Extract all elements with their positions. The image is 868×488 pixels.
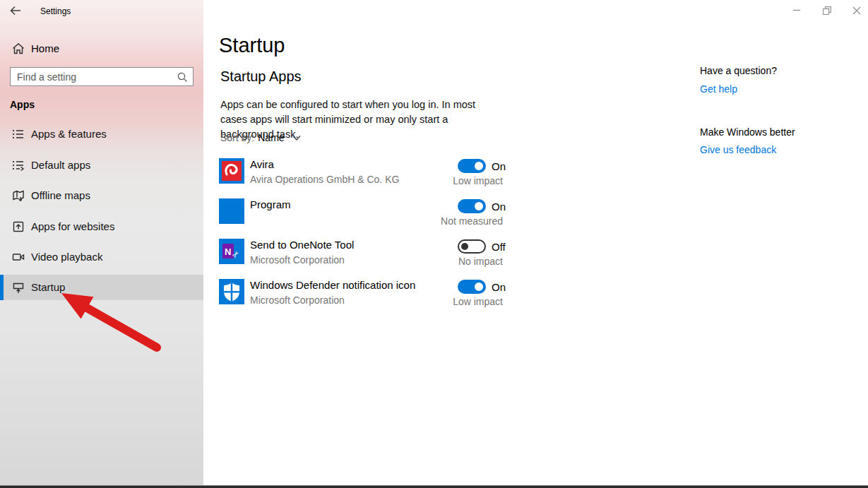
sidebar-item-apps-features[interactable]: Apps & features bbox=[0, 121, 203, 147]
sidebar-item-label: Video playback bbox=[31, 244, 102, 270]
app-publisher: Avira Operations GmbH & Co. KG bbox=[250, 174, 399, 185]
toggle-knob bbox=[475, 202, 483, 210]
startup-toggle[interactable] bbox=[458, 239, 486, 254]
app-name: Program bbox=[250, 198, 291, 210]
home-icon bbox=[11, 42, 25, 59]
sidebar-item-home[interactable]: Home bbox=[0, 37, 203, 61]
sidebar-item-offline-maps[interactable]: Offline maps bbox=[0, 183, 203, 208]
avira-icon bbox=[219, 158, 244, 184]
defender-icon bbox=[219, 279, 244, 304]
get-help-link[interactable]: Get help bbox=[700, 83, 737, 95]
toggle-knob bbox=[475, 162, 483, 170]
app-row-defender: Windows Defender notification icon Micro… bbox=[219, 278, 503, 307]
sidebar-section-apps: Apps bbox=[10, 99, 35, 110]
toggle-state-label: On bbox=[492, 281, 506, 293]
page-title: Startup bbox=[219, 34, 285, 57]
feedback-title: Make Windows better bbox=[700, 126, 795, 138]
app-name: Send to OneNote Tool bbox=[250, 239, 354, 251]
close-button[interactable] bbox=[844, 0, 868, 21]
apps-features-icon bbox=[11, 127, 25, 144]
toggle-state-label: Off bbox=[492, 241, 506, 253]
sidebar-item-label: Offline maps bbox=[31, 183, 90, 208]
toggle-knob bbox=[475, 282, 483, 291]
toggle-state-label: On bbox=[492, 201, 506, 213]
impact-label: Low impact bbox=[417, 175, 503, 186]
back-button[interactable] bbox=[8, 4, 25, 19]
impact-label: No impact bbox=[417, 256, 503, 267]
sort-by-value: Name bbox=[258, 132, 284, 143]
settings-window: Settings Home Apps bbox=[0, 0, 868, 488]
app-name: Windows Defender notification icon bbox=[250, 279, 415, 291]
app-row-avira: Avira Avira Operations GmbH & Co. KG On … bbox=[219, 157, 503, 186]
sidebar: Settings Home Apps bbox=[0, 0, 203, 488]
window-title: Settings bbox=[40, 6, 71, 16]
startup-toggle[interactable] bbox=[458, 159, 486, 173]
app-publisher: Microsoft Corporation bbox=[250, 294, 345, 306]
toggle-state-label: On bbox=[492, 160, 506, 172]
question-title: Have a question? bbox=[700, 65, 777, 76]
section-title: Startup Apps bbox=[220, 69, 302, 85]
svg-text:N: N bbox=[225, 246, 231, 257]
search-input[interactable] bbox=[11, 68, 174, 85]
sidebar-item-label: Home bbox=[31, 37, 59, 61]
sidebar-item-video-playback[interactable]: Video playback bbox=[0, 244, 203, 270]
chevron-down-icon bbox=[292, 132, 301, 143]
sidebar-item-label: Default apps bbox=[31, 153, 90, 178]
startup-toggle[interactable] bbox=[458, 199, 486, 213]
selection-accent bbox=[0, 275, 4, 300]
app-row-program: Program On Not measured bbox=[219, 197, 503, 227]
impact-label: Low impact bbox=[417, 296, 503, 307]
sidebar-item-default-apps[interactable]: Default apps bbox=[0, 153, 203, 178]
startup-toggle[interactable] bbox=[458, 280, 486, 294]
sidebar-item-startup[interactable]: Startup bbox=[0, 275, 203, 300]
sort-by-label: Sort by: bbox=[220, 132, 254, 143]
give-feedback-link[interactable]: Give us feedback bbox=[700, 144, 776, 155]
apps-for-websites-icon bbox=[11, 220, 25, 237]
sidebar-item-label: Apps & features bbox=[31, 121, 107, 147]
toggle-knob bbox=[461, 243, 468, 250]
sidebar-item-apps-for-websites[interactable]: Apps for websites bbox=[0, 214, 203, 239]
search-box bbox=[10, 67, 194, 86]
impact-label: Not measured bbox=[417, 215, 503, 227]
onenote-icon: N ✂ bbox=[219, 239, 244, 264]
video-playback-icon bbox=[11, 250, 25, 267]
app-row-onenote: N ✂ Send to OneNote Tool Microsoft Corpo… bbox=[219, 237, 503, 267]
sort-by-dropdown[interactable]: Sort by:Name bbox=[220, 132, 301, 143]
window-bottom-edge bbox=[0, 485, 868, 488]
offline-maps-icon bbox=[11, 189, 25, 206]
app-name: Avira bbox=[250, 158, 274, 170]
back-icon bbox=[8, 8, 23, 20]
search-icon[interactable] bbox=[177, 71, 188, 85]
titlebar: Settings bbox=[0, 0, 203, 21]
restore-button[interactable] bbox=[814, 0, 838, 21]
app-publisher: Microsoft Corporation bbox=[250, 254, 345, 266]
sidebar-item-label: Apps for websites bbox=[31, 214, 114, 239]
sidebar-item-label: Startup bbox=[31, 275, 65, 300]
default-apps-icon bbox=[11, 158, 25, 175]
minimize-button[interactable] bbox=[785, 0, 809, 21]
program-icon bbox=[219, 198, 244, 224]
startup-icon bbox=[11, 280, 25, 297]
